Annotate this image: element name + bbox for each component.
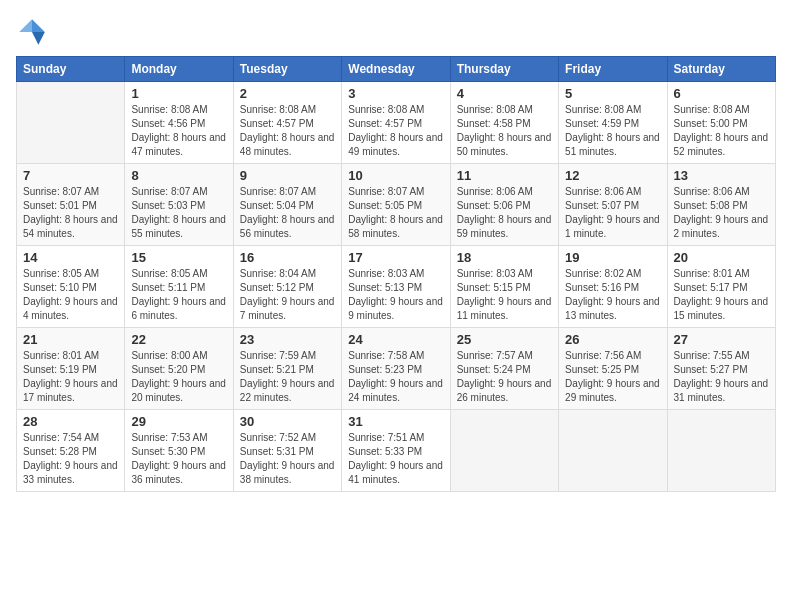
- header-sunday: Sunday: [17, 57, 125, 82]
- day-info: Sunrise: 8:03 AMSunset: 5:13 PMDaylight:…: [348, 267, 443, 323]
- calendar-cell: 16Sunrise: 8:04 AMSunset: 5:12 PMDayligh…: [233, 246, 341, 328]
- day-info: Sunrise: 8:02 AMSunset: 5:16 PMDaylight:…: [565, 267, 660, 323]
- day-info: Sunrise: 8:08 AMSunset: 4:58 PMDaylight:…: [457, 103, 552, 159]
- calendar-cell: 9Sunrise: 8:07 AMSunset: 5:04 PMDaylight…: [233, 164, 341, 246]
- calendar-cell: 24Sunrise: 7:58 AMSunset: 5:23 PMDayligh…: [342, 328, 450, 410]
- day-number: 27: [674, 332, 769, 347]
- day-info: Sunrise: 8:08 AMSunset: 4:59 PMDaylight:…: [565, 103, 660, 159]
- day-number: 21: [23, 332, 118, 347]
- calendar-week-3: 14Sunrise: 8:05 AMSunset: 5:10 PMDayligh…: [17, 246, 776, 328]
- calendar-week-2: 7Sunrise: 8:07 AMSunset: 5:01 PMDaylight…: [17, 164, 776, 246]
- calendar-cell: [667, 410, 775, 492]
- header-monday: Monday: [125, 57, 233, 82]
- day-info: Sunrise: 8:08 AMSunset: 4:56 PMDaylight:…: [131, 103, 226, 159]
- calendar-cell: 7Sunrise: 8:07 AMSunset: 5:01 PMDaylight…: [17, 164, 125, 246]
- calendar-cell: [559, 410, 667, 492]
- calendar-cell: 25Sunrise: 7:57 AMSunset: 5:24 PMDayligh…: [450, 328, 558, 410]
- day-info: Sunrise: 8:08 AMSunset: 4:57 PMDaylight:…: [240, 103, 335, 159]
- calendar-cell: 11Sunrise: 8:06 AMSunset: 5:06 PMDayligh…: [450, 164, 558, 246]
- calendar-cell: 22Sunrise: 8:00 AMSunset: 5:20 PMDayligh…: [125, 328, 233, 410]
- calendar-cell: 8Sunrise: 8:07 AMSunset: 5:03 PMDaylight…: [125, 164, 233, 246]
- day-number: 23: [240, 332, 335, 347]
- calendar-cell: 30Sunrise: 7:52 AMSunset: 5:31 PMDayligh…: [233, 410, 341, 492]
- calendar-cell: 19Sunrise: 8:02 AMSunset: 5:16 PMDayligh…: [559, 246, 667, 328]
- day-info: Sunrise: 8:07 AMSunset: 5:01 PMDaylight:…: [23, 185, 118, 241]
- day-number: 6: [674, 86, 769, 101]
- calendar-cell: 28Sunrise: 7:54 AMSunset: 5:28 PMDayligh…: [17, 410, 125, 492]
- day-info: Sunrise: 8:01 AMSunset: 5:17 PMDaylight:…: [674, 267, 769, 323]
- day-number: 29: [131, 414, 226, 429]
- day-info: Sunrise: 8:04 AMSunset: 5:12 PMDaylight:…: [240, 267, 335, 323]
- day-info: Sunrise: 7:54 AMSunset: 5:28 PMDaylight:…: [23, 431, 118, 487]
- calendar-cell: 26Sunrise: 7:56 AMSunset: 5:25 PMDayligh…: [559, 328, 667, 410]
- logo: [16, 16, 52, 48]
- calendar-week-5: 28Sunrise: 7:54 AMSunset: 5:28 PMDayligh…: [17, 410, 776, 492]
- day-number: 30: [240, 414, 335, 429]
- day-info: Sunrise: 8:03 AMSunset: 5:15 PMDaylight:…: [457, 267, 552, 323]
- day-info: Sunrise: 7:55 AMSunset: 5:27 PMDaylight:…: [674, 349, 769, 405]
- day-info: Sunrise: 8:01 AMSunset: 5:19 PMDaylight:…: [23, 349, 118, 405]
- calendar-cell: 17Sunrise: 8:03 AMSunset: 5:13 PMDayligh…: [342, 246, 450, 328]
- calendar-cell: 15Sunrise: 8:05 AMSunset: 5:11 PMDayligh…: [125, 246, 233, 328]
- day-info: Sunrise: 8:05 AMSunset: 5:11 PMDaylight:…: [131, 267, 226, 323]
- calendar-cell: [17, 82, 125, 164]
- day-info: Sunrise: 7:57 AMSunset: 5:24 PMDaylight:…: [457, 349, 552, 405]
- calendar-cell: 18Sunrise: 8:03 AMSunset: 5:15 PMDayligh…: [450, 246, 558, 328]
- day-number: 12: [565, 168, 660, 183]
- day-number: 20: [674, 250, 769, 265]
- day-info: Sunrise: 7:56 AMSunset: 5:25 PMDaylight:…: [565, 349, 660, 405]
- day-number: 1: [131, 86, 226, 101]
- day-number: 25: [457, 332, 552, 347]
- header-friday: Friday: [559, 57, 667, 82]
- day-number: 3: [348, 86, 443, 101]
- day-info: Sunrise: 7:52 AMSunset: 5:31 PMDaylight:…: [240, 431, 335, 487]
- calendar-week-1: 1Sunrise: 8:08 AMSunset: 4:56 PMDaylight…: [17, 82, 776, 164]
- svg-marker-0: [32, 19, 45, 32]
- day-info: Sunrise: 8:07 AMSunset: 5:05 PMDaylight:…: [348, 185, 443, 241]
- calendar-cell: 13Sunrise: 8:06 AMSunset: 5:08 PMDayligh…: [667, 164, 775, 246]
- day-info: Sunrise: 8:07 AMSunset: 5:03 PMDaylight:…: [131, 185, 226, 241]
- calendar-cell: 3Sunrise: 8:08 AMSunset: 4:57 PMDaylight…: [342, 82, 450, 164]
- day-number: 22: [131, 332, 226, 347]
- calendar-week-4: 21Sunrise: 8:01 AMSunset: 5:19 PMDayligh…: [17, 328, 776, 410]
- day-info: Sunrise: 8:05 AMSunset: 5:10 PMDaylight:…: [23, 267, 118, 323]
- day-number: 5: [565, 86, 660, 101]
- calendar-cell: 1Sunrise: 8:08 AMSunset: 4:56 PMDaylight…: [125, 82, 233, 164]
- header-saturday: Saturday: [667, 57, 775, 82]
- calendar-cell: [450, 410, 558, 492]
- calendar-cell: 6Sunrise: 8:08 AMSunset: 5:00 PMDaylight…: [667, 82, 775, 164]
- day-number: 19: [565, 250, 660, 265]
- day-number: 13: [674, 168, 769, 183]
- header-thursday: Thursday: [450, 57, 558, 82]
- day-number: 31: [348, 414, 443, 429]
- calendar-cell: 5Sunrise: 8:08 AMSunset: 4:59 PMDaylight…: [559, 82, 667, 164]
- day-info: Sunrise: 8:07 AMSunset: 5:04 PMDaylight:…: [240, 185, 335, 241]
- day-info: Sunrise: 8:00 AMSunset: 5:20 PMDaylight:…: [131, 349, 226, 405]
- page-header: [16, 16, 776, 48]
- header-tuesday: Tuesday: [233, 57, 341, 82]
- calendar-cell: 2Sunrise: 8:08 AMSunset: 4:57 PMDaylight…: [233, 82, 341, 164]
- day-number: 8: [131, 168, 226, 183]
- day-info: Sunrise: 8:06 AMSunset: 5:07 PMDaylight:…: [565, 185, 660, 241]
- day-info: Sunrise: 7:53 AMSunset: 5:30 PMDaylight:…: [131, 431, 226, 487]
- day-info: Sunrise: 7:51 AMSunset: 5:33 PMDaylight:…: [348, 431, 443, 487]
- day-number: 18: [457, 250, 552, 265]
- calendar-table: SundayMondayTuesdayWednesdayThursdayFrid…: [16, 56, 776, 492]
- day-number: 17: [348, 250, 443, 265]
- day-number: 11: [457, 168, 552, 183]
- calendar-cell: 31Sunrise: 7:51 AMSunset: 5:33 PMDayligh…: [342, 410, 450, 492]
- calendar-cell: 4Sunrise: 8:08 AMSunset: 4:58 PMDaylight…: [450, 82, 558, 164]
- day-info: Sunrise: 7:59 AMSunset: 5:21 PMDaylight:…: [240, 349, 335, 405]
- day-number: 2: [240, 86, 335, 101]
- day-number: 7: [23, 168, 118, 183]
- svg-marker-2: [19, 19, 32, 32]
- day-number: 26: [565, 332, 660, 347]
- calendar-cell: 27Sunrise: 7:55 AMSunset: 5:27 PMDayligh…: [667, 328, 775, 410]
- day-number: 4: [457, 86, 552, 101]
- calendar-cell: 23Sunrise: 7:59 AMSunset: 5:21 PMDayligh…: [233, 328, 341, 410]
- day-number: 9: [240, 168, 335, 183]
- calendar-cell: 14Sunrise: 8:05 AMSunset: 5:10 PMDayligh…: [17, 246, 125, 328]
- day-number: 28: [23, 414, 118, 429]
- calendar-cell: 12Sunrise: 8:06 AMSunset: 5:07 PMDayligh…: [559, 164, 667, 246]
- calendar-cell: 20Sunrise: 8:01 AMSunset: 5:17 PMDayligh…: [667, 246, 775, 328]
